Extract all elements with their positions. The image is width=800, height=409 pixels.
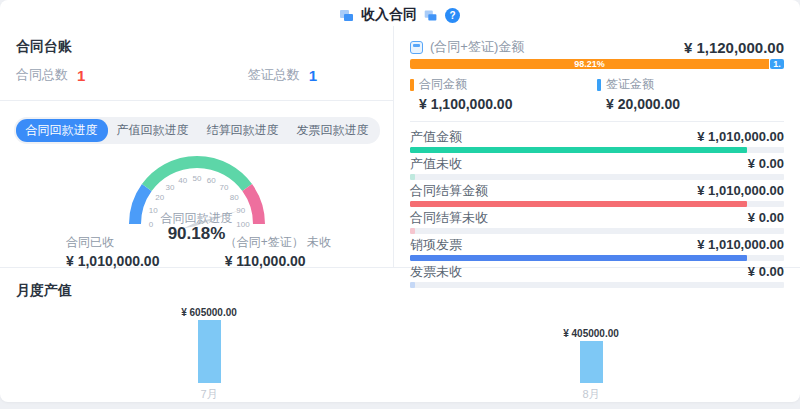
contract-stack-icon-2 xyxy=(425,9,438,21)
legend-label: 签证金额 xyxy=(606,76,654,93)
visa-count-label: 签证总数 xyxy=(248,66,300,84)
metric-label: 销项发票 xyxy=(410,237,462,252)
metric-progress-fill xyxy=(410,147,747,153)
metric-value: ¥ 0.00 xyxy=(748,210,784,225)
gauge-tick-label: 60 xyxy=(206,176,215,185)
legend-item-1: 签证金额¥ 20,000.00 xyxy=(597,76,784,112)
visa-count-stat: 签证总数 1 xyxy=(248,66,317,84)
amount-legend: 合同金额¥ 1,100,000.00签证金额¥ 20,000.00 xyxy=(410,76,784,122)
stacked-bar-segment-1: 1. xyxy=(770,59,784,69)
tab-progress-2[interactable]: 结算回款进度 xyxy=(198,119,288,142)
unreceived-value: ¥ 110,000.00 xyxy=(225,253,331,269)
monthly-bar-slot-1: ¥ 405000.008月 xyxy=(400,300,782,400)
metric-label: 产值金额 xyxy=(410,129,462,144)
progress-tabs-row: 合同回款进度产值回款进度结算回款进度发票回款进度 xyxy=(0,117,393,144)
metric-value: ¥ 0.00 xyxy=(748,264,784,279)
metric-progress-fill xyxy=(410,201,747,207)
ledger-stats: 合同总数 1 签证总数 1 xyxy=(16,66,377,100)
metric-progress-fill xyxy=(410,282,415,288)
metric-progress-track xyxy=(410,201,784,207)
metric-progress-track xyxy=(410,282,784,288)
gauge-value: 90.18% xyxy=(97,224,297,244)
bar-month-label: 7月 xyxy=(200,387,217,400)
bar-rect xyxy=(198,320,221,383)
tab-progress-3[interactable]: 发票回款进度 xyxy=(288,119,378,142)
metric-progress-track xyxy=(410,174,784,180)
gauge-tick-label: 20 xyxy=(155,193,164,202)
legend-marker xyxy=(597,79,601,91)
tab-progress-1[interactable]: 产值回款进度 xyxy=(108,119,198,142)
monthly-chart: ¥ 605000.007月¥ 405000.008月 xyxy=(0,300,800,400)
summary-label: (合同+签证)金额 xyxy=(430,38,524,56)
amount-stacked-bar: 98.21%1. xyxy=(410,59,784,69)
metric-progress-fill xyxy=(410,228,415,234)
contract-count-value: 1 xyxy=(77,67,85,84)
dashboard-card: 收入合同 ? 合同台账 合同总数 1 签证总数 1 合同回款 xyxy=(0,0,800,402)
legend-value: ¥ 1,100,000.00 xyxy=(410,96,597,112)
metric-row-3: 合同结算未收¥ 0.00 xyxy=(410,210,784,234)
gauge-tick-label: 80 xyxy=(229,193,238,202)
bar-value-label: ¥ 405000.00 xyxy=(563,328,619,339)
ledger-panel: 合同台账 合同总数 1 签证总数 1 合同回款进度产值回款进度结算回款进度发票回… xyxy=(0,26,394,267)
bar-rect xyxy=(580,341,603,383)
metric-value: ¥ 1,010,000.00 xyxy=(697,129,784,144)
monthly-bar-slot-0: ¥ 605000.007月 xyxy=(18,300,400,400)
payment-progress-gauge: 0102030405060708090100 合同回款进度 90.18% xyxy=(97,152,297,244)
metric-label: 合同结算金额 xyxy=(410,183,488,198)
contract-amount-icon xyxy=(410,41,423,54)
summary-panel: (合同+签证)金额 ¥ 1,120,000.00 98.21%1. 合同金额¥ … xyxy=(394,26,800,267)
main-panels: 合同台账 合同总数 1 签证总数 1 合同回款进度产值回款进度结算回款进度发票回… xyxy=(0,26,800,268)
metric-row-2: 合同结算金额¥ 1,010,000.00 xyxy=(410,183,784,207)
bar-value-label: ¥ 605000.00 xyxy=(181,307,237,318)
metric-row-1: 产值未收¥ 0.00 xyxy=(410,156,784,180)
gauge-tick-label: 50 xyxy=(192,174,201,183)
gauge-tick-label: 40 xyxy=(178,176,187,185)
metrics-list: 产值金额¥ 1,010,000.00产值未收¥ 0.00合同结算金额¥ 1,01… xyxy=(410,122,784,288)
gauge-tick-label: 70 xyxy=(219,183,228,192)
contract-count-label: 合同总数 xyxy=(16,66,68,84)
ledger-section: 合同台账 合同总数 1 签证总数 1 xyxy=(0,26,393,101)
legend-label: 合同金额 xyxy=(419,76,467,93)
metric-value: ¥ 1,010,000.00 xyxy=(697,183,784,198)
metric-progress-fill xyxy=(410,255,747,261)
metric-progress-track xyxy=(410,228,784,234)
metric-row-4: 销项发票¥ 1,010,000.00 xyxy=(410,237,784,261)
stacked-bar-segment-0: 98.21% xyxy=(410,59,769,69)
metric-row-0: 产值金额¥ 1,010,000.00 xyxy=(410,129,784,153)
tab-progress-0[interactable]: 合同回款进度 xyxy=(16,119,108,142)
metric-label: 发票未收 xyxy=(410,264,462,279)
page-title: 收入合同 xyxy=(361,6,417,24)
legend-value: ¥ 20,000.00 xyxy=(597,96,784,112)
help-icon[interactable]: ? xyxy=(445,8,460,23)
gauge-tick-label: 30 xyxy=(165,183,174,192)
contract-count-stat: 合同总数 1 xyxy=(16,66,85,84)
legend-item-0: 合同金额¥ 1,100,000.00 xyxy=(410,76,597,112)
bar-month-label: 8月 xyxy=(582,387,599,400)
metric-value: ¥ 1,010,000.00 xyxy=(697,237,784,252)
received-value: ¥ 1,010,000.00 xyxy=(66,253,159,269)
metric-label: 产值未收 xyxy=(410,156,462,171)
progress-tabs: 合同回款进度产值回款进度结算回款进度发票回款进度 xyxy=(14,117,380,144)
metric-label: 合同结算未收 xyxy=(410,210,488,225)
metric-row-5: 发票未收¥ 0.00 xyxy=(410,264,784,288)
metric-progress-fill xyxy=(410,174,415,180)
metric-progress-track xyxy=(410,255,784,261)
ledger-title: 合同台账 xyxy=(0,26,393,56)
legend-marker xyxy=(410,79,414,91)
app-header: 收入合同 ? xyxy=(0,0,800,26)
summary-total: ¥ 1,120,000.00 xyxy=(684,39,784,56)
visa-count-value: 1 xyxy=(309,67,317,84)
contract-stack-icon xyxy=(340,9,354,22)
summary-head: (合同+签证)金额 ¥ 1,120,000.00 xyxy=(410,38,784,56)
metric-progress-track xyxy=(410,147,784,153)
metric-value: ¥ 0.00 xyxy=(748,156,784,171)
